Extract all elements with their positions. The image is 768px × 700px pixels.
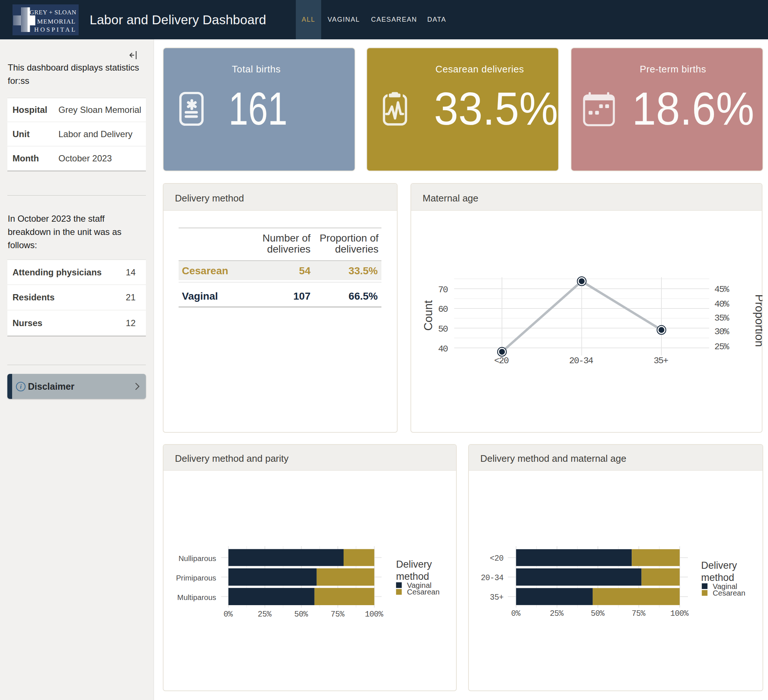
svg-text:Primiparous: Primiparous bbox=[176, 573, 216, 582]
svg-text:method: method bbox=[396, 571, 429, 582]
svg-text:35+: 35+ bbox=[490, 593, 503, 602]
svg-text:Cesarean: Cesarean bbox=[407, 588, 440, 596]
svg-text:MEMORIAL: MEMORIAL bbox=[37, 18, 76, 25]
svg-text:45%: 45% bbox=[714, 285, 730, 295]
svg-text:50%: 50% bbox=[294, 610, 308, 619]
svg-text:75%: 75% bbox=[632, 609, 646, 618]
svg-text:Delivery: Delivery bbox=[396, 559, 432, 570]
svg-text:<20: <20 bbox=[494, 356, 509, 366]
svg-text:20-34: 20-34 bbox=[569, 356, 594, 366]
svg-text:60: 60 bbox=[438, 304, 448, 314]
svg-text:Multiparous: Multiparous bbox=[177, 593, 216, 601]
svg-text:Count: Count bbox=[422, 300, 435, 330]
svg-text:0%: 0% bbox=[223, 610, 233, 619]
svg-text:100%: 100% bbox=[365, 610, 383, 619]
svg-text:35+: 35+ bbox=[654, 356, 669, 366]
svg-text:25%: 25% bbox=[550, 609, 564, 618]
svg-text:i: i bbox=[20, 383, 22, 390]
svg-text:method: method bbox=[701, 572, 734, 583]
svg-text:35%: 35% bbox=[714, 313, 730, 323]
svg-text:50: 50 bbox=[438, 324, 448, 334]
svg-text:70: 70 bbox=[438, 285, 448, 295]
svg-text:30%: 30% bbox=[714, 327, 730, 337]
svg-text:Cesarean: Cesarean bbox=[713, 589, 746, 597]
svg-text:75%: 75% bbox=[331, 610, 345, 619]
svg-text:Nulliparous: Nulliparous bbox=[179, 554, 216, 562]
svg-text:HOSPITAL: HOSPITAL bbox=[34, 26, 77, 33]
svg-text:20-34: 20-34 bbox=[481, 573, 503, 582]
svg-text:0%: 0% bbox=[511, 609, 520, 618]
svg-text:GREY + SLOAN: GREY + SLOAN bbox=[29, 9, 77, 16]
svg-text:40%: 40% bbox=[714, 299, 730, 309]
svg-text:40: 40 bbox=[438, 344, 448, 354]
svg-text:25%: 25% bbox=[714, 342, 730, 352]
svg-text:Delivery: Delivery bbox=[701, 560, 737, 571]
svg-text:50%: 50% bbox=[591, 609, 605, 618]
svg-text:100%: 100% bbox=[670, 609, 689, 618]
svg-text:25%: 25% bbox=[258, 610, 272, 619]
svg-text:<20: <20 bbox=[490, 554, 503, 563]
svg-text:Proportion: Proportion bbox=[753, 294, 763, 347]
